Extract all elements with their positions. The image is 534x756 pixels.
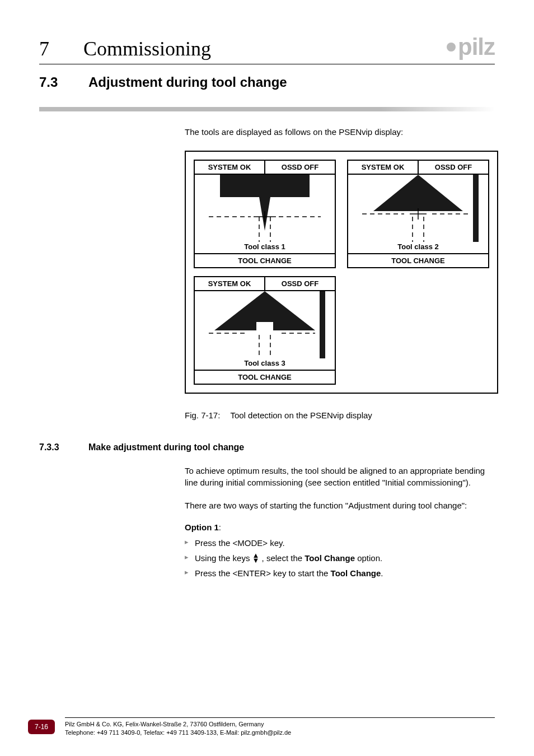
- status-system-ok: SYSTEM OK: [195, 161, 265, 174]
- chapter-number: 7: [39, 37, 78, 60]
- option-1-label: Option 1:: [185, 522, 495, 532]
- status-system-ok: SYSTEM OK: [195, 277, 265, 290]
- status-system-ok: SYSTEM OK: [348, 161, 419, 174]
- subsection-number: 7.3.3: [39, 442, 73, 452]
- figure-container: SYSTEM OK OSSD OFF Tool: [185, 151, 498, 394]
- panel-footer-label: TOOL CHANGE: [195, 370, 335, 384]
- intro-paragraph: The tools are displayed as follows on th…: [185, 127, 495, 137]
- display-panel-tool-class-3: SYSTEM OK OSSD OFF Tool class 3: [194, 276, 336, 385]
- section-heading: 7.3 Adjustment during tool change: [39, 74, 495, 90]
- svg-marker-8: [373, 175, 463, 211]
- chapter-heading: 7 Commissioning: [39, 37, 211, 60]
- option-1-colon: :: [219, 522, 221, 532]
- svg-rect-7: [473, 175, 479, 242]
- panel-footer-label: TOOL CHANGE: [195, 253, 335, 267]
- status-ossd-off: OSSD OFF: [265, 161, 335, 174]
- brand-logo: pilz: [447, 34, 495, 60]
- up-down-arrow-icon: ▲▼: [252, 553, 260, 563]
- page-header: 7 Commissioning pilz: [39, 34, 495, 64]
- footer-text: Pilz GmbH & Co. KG, Felix-Wankel-Straße …: [65, 717, 495, 736]
- status-ossd-off: OSSD OFF: [265, 277, 335, 290]
- figure-caption-text: Tool detection on the PSENvip display: [230, 410, 372, 420]
- tool-shape-3-icon: Tool class 3: [195, 291, 335, 370]
- tool-class-label: Tool class 2: [348, 242, 488, 251]
- section-title: Adjustment during tool change: [88, 74, 287, 90]
- footer-company-line: Pilz GmbH & Co. KG, Felix-Wankel-Straße …: [65, 720, 495, 728]
- paragraph-2: There are two ways of starting the funct…: [185, 500, 495, 511]
- section-number: 7.3: [39, 74, 73, 90]
- logo-text: pilz: [458, 34, 495, 60]
- logo-dot-icon: [447, 43, 456, 52]
- chapter-title: Commissioning: [83, 38, 211, 60]
- option-1-bold: Option 1: [185, 522, 219, 532]
- divider-gradient: [39, 107, 495, 111]
- page-footer: 7-16 Pilz GmbH & Co. KG, Felix-Wankel-St…: [28, 717, 495, 736]
- panel-footer-label: TOOL CHANGE: [348, 253, 488, 267]
- tool-shape-2-icon: Tool class 2: [348, 175, 488, 253]
- tool-shape-1-icon: Tool class 1: [195, 175, 335, 253]
- subsection-heading: 7.3.3 Make adjustment during tool change: [39, 442, 495, 452]
- svg-marker-16: [214, 291, 315, 330]
- option-1-steps: Press the <MODE> key. Using the keys ▲▼ …: [185, 535, 495, 581]
- display-panel-tool-class-2: SYSTEM OK OSSD OFF: [347, 160, 489, 268]
- page-number-badge: 7-16: [28, 720, 55, 734]
- tool-class-label: Tool class 3: [195, 359, 335, 367]
- display-panel-tool-class-1: SYSTEM OK OSSD OFF Tool: [194, 160, 336, 268]
- step-press-mode: Press the <MODE> key.: [185, 535, 495, 550]
- status-ossd-off: OSSD OFF: [419, 161, 488, 174]
- svg-rect-15: [320, 291, 325, 358]
- paragraph-1: To achieve optimum results, the tool sho…: [185, 465, 495, 488]
- step-select-tool-change: Using the keys ▲▼ , select the Tool Chan…: [185, 550, 495, 566]
- footer-contact-line: Telephone: +49 711 3409-0, Telefax: +49 …: [65, 729, 495, 736]
- step-press-enter: Press the <ENTER> key to start the Tool …: [185, 566, 495, 581]
- subsection-title: Make adjustment during tool change: [88, 442, 244, 452]
- figure-caption: Fig. 7-17: Tool detection on the PSENvip…: [185, 410, 495, 420]
- figure-number: Fig. 7-17:: [185, 410, 220, 420]
- tool-class-label: Tool class 1: [195, 242, 335, 251]
